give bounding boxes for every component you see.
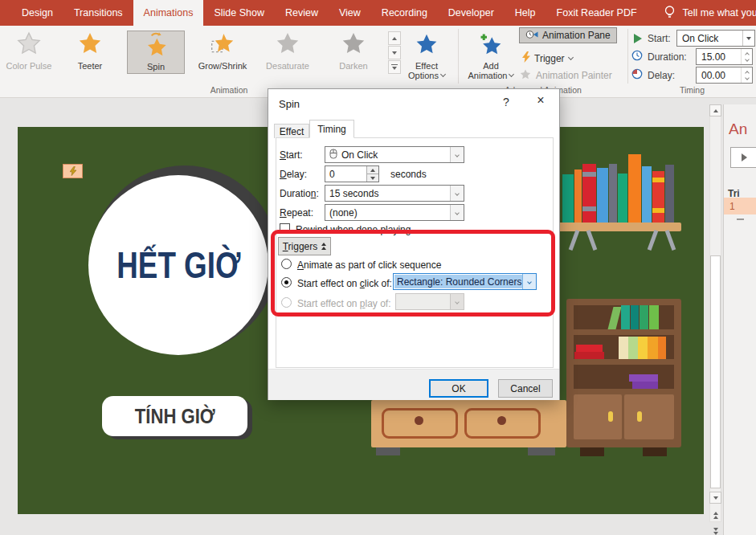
duration-value: 15 seconds <box>329 188 378 199</box>
tab-help[interactable]: Help <box>505 0 546 26</box>
repeat-dropdown[interactable]: (none) <box>325 204 464 221</box>
group-separator <box>458 29 459 84</box>
tab-design[interactable]: Design <box>11 0 63 26</box>
tell-me-label: Tell me what you want t <box>683 7 756 18</box>
add-animation-button[interactable]: Add Animation <box>464 29 517 80</box>
dialog-close-button[interactable]: × <box>530 93 551 111</box>
book-spine <box>652 171 664 223</box>
spinner-buttons[interactable] <box>741 67 752 83</box>
arrow-down-icon <box>392 67 397 70</box>
bookcase-shelf <box>574 335 674 359</box>
timer-circle-shape[interactable]: HẾT GIỜ <box>88 175 268 355</box>
dialog-help-button[interactable]: ? <box>498 96 514 110</box>
animation-list-item[interactable]: 1 <box>724 198 756 214</box>
tab-animations[interactable]: Animations <box>133 0 204 26</box>
dialog-footer: OK Cancel <box>268 369 559 400</box>
ribbon-delay-spinner[interactable]: 00.00 <box>696 67 753 84</box>
dropdown-arrow-icon[interactable] <box>450 186 464 201</box>
add-animation-label-2: Animation <box>468 71 508 80</box>
ribbon-start-label: Start: <box>648 33 671 44</box>
scroll-down-button[interactable] <box>709 492 721 504</box>
group-separator <box>627 29 628 84</box>
previous-slide-button[interactable] <box>709 509 721 521</box>
scrollbar-thumb[interactable] <box>710 255 721 488</box>
double-arrow-up-icon <box>713 512 718 515</box>
animation-pane-title-fragment: An <box>729 120 747 138</box>
animation-painter-button[interactable]: Animation Painter <box>519 68 612 83</box>
cancel-button[interactable]: Cancel <box>498 379 553 398</box>
tab-effect[interactable]: Effect <box>274 124 309 138</box>
tab-developer[interactable]: Developer <box>438 0 505 26</box>
animation-trigger-badge[interactable] <box>63 164 83 178</box>
more-bar-icon <box>391 64 398 66</box>
ribbon-duration-spinner[interactable]: 15.00 <box>696 48 753 65</box>
tab-slide-show[interactable]: Slide Show <box>203 0 275 26</box>
effect-options-label-1: Effect <box>415 61 438 71</box>
tab-transitions[interactable]: Transitions <box>63 0 133 26</box>
shelf-bracket <box>665 230 676 251</box>
annotation-highlight-box <box>271 230 555 317</box>
book-spine <box>562 174 574 223</box>
timer-button-text: TÍNH GIỜ <box>135 404 215 429</box>
book-spine <box>582 164 596 223</box>
play-button[interactable] <box>730 147 756 168</box>
gallery-item-label: Color Pulse <box>6 61 52 71</box>
delay-field-label: Delay: <box>280 169 307 180</box>
scroll-up-button[interactable] <box>709 104 721 116</box>
animation-color-pulse[interactable]: Color Pulse <box>0 31 58 74</box>
tell-me-box[interactable]: Tell me what you want t <box>648 0 756 26</box>
book-spine <box>574 169 582 223</box>
effect-options-button[interactable]: Effect Options <box>402 29 452 80</box>
gallery-item-label: Darken <box>339 61 367 71</box>
gallery-scroll-up-button[interactable] <box>388 31 401 45</box>
add-animation-label-1: Add <box>483 61 499 71</box>
timer-start-button-shape[interactable]: TÍNH GIỜ <box>102 396 247 436</box>
tab-recording[interactable]: Recording <box>371 0 438 26</box>
gallery-item-label: Desaturate <box>266 61 309 71</box>
repeat-value: (none) <box>329 207 358 218</box>
door-handle <box>608 411 613 422</box>
tab-timing[interactable]: Timing <box>309 120 354 138</box>
next-slide-button[interactable] <box>709 525 721 535</box>
repeat-field-label: Repeat: <box>280 207 313 218</box>
shelf-bracket <box>569 230 580 251</box>
delay-spinner[interactable]: 0 <box>325 165 379 182</box>
animation-painter-label: Animation Painter <box>536 70 612 81</box>
gallery-scroll-down-button[interactable] <box>388 46 401 59</box>
trigger-button[interactable]: Trigger <box>522 51 573 65</box>
tab-review[interactable]: Review <box>275 0 329 26</box>
ok-button[interactable]: OK <box>429 379 488 398</box>
animation-teeter[interactable]: Teeter <box>61 31 119 74</box>
star-icon <box>77 31 103 59</box>
ribbon-start-dropdown[interactable]: On Click <box>676 30 755 47</box>
dropdown-arrow-icon[interactable] <box>450 205 464 220</box>
animation-darken[interactable]: Darken <box>325 31 382 74</box>
duration-dropdown[interactable]: 15 seconds <box>325 185 464 202</box>
animation-desaturate[interactable]: Desaturate <box>259 31 317 74</box>
animation-spin[interactable]: Spin <box>127 31 185 74</box>
tab-foxit-reader-pdf[interactable]: Foxit Reader PDF <box>546 0 648 26</box>
play-icon <box>742 153 747 161</box>
tab-view[interactable]: View <box>329 0 371 26</box>
animation-pane-label: Animation Pane <box>542 30 611 41</box>
arrow-up-icon <box>392 37 397 40</box>
spinner-buttons[interactable] <box>741 49 752 64</box>
pane-dash <box>737 218 744 220</box>
book-spine <box>597 168 608 223</box>
duration-clock-icon <box>631 50 643 64</box>
double-arrow-down-icon <box>713 528 718 531</box>
mouse-click-icon <box>329 149 337 161</box>
effect-options-label-2: Options <box>408 71 439 80</box>
animation-grow-shrink[interactable]: Grow/Shrink <box>194 31 251 74</box>
chevron-down-icon <box>509 71 514 77</box>
delay-clock-icon <box>631 68 643 83</box>
cabinet-foot <box>376 447 400 455</box>
dropdown-arrow-icon[interactable] <box>450 147 464 162</box>
animation-pane-button[interactable]: Animation Pane <box>519 27 617 43</box>
spin-up-button[interactable] <box>367 166 378 174</box>
double-arrow-up-icon <box>713 516 718 519</box>
start-dropdown[interactable]: On Click <box>325 146 464 163</box>
dropdown-arrow-icon[interactable] <box>742 31 754 46</box>
gallery-more-button[interactable] <box>388 60 401 74</box>
spin-down-button[interactable] <box>367 174 378 182</box>
